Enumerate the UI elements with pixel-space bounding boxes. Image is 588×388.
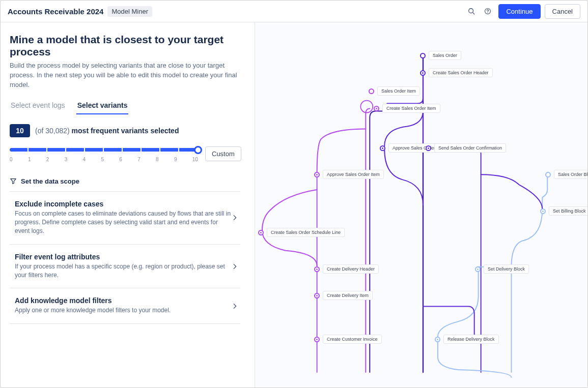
node-label: Create Delivery Item [323, 291, 373, 300]
node-sales-order-block[interactable]: Sales Order Block [545, 170, 587, 179]
node-set-delivery[interactable]: Set Delivery Block [475, 264, 529, 274]
node-label: Create Delivery Header [323, 264, 379, 274]
node-dot-icon [380, 145, 385, 151]
tab-event-logs[interactable]: Select event logs [10, 99, 66, 114]
chevron-right-icon [231, 263, 238, 270]
process-diagram[interactable]: Sales OrderCreate Sales Order HeaderSale… [255, 22, 587, 387]
slider-tick-labels: 012 345 678 910 [10, 157, 198, 162]
node-dot-icon [475, 266, 481, 272]
node-release-delivery[interactable]: Release Delivery Block [435, 335, 499, 344]
node-dot-icon [545, 172, 551, 177]
cancel-button[interactable]: Cancel [545, 4, 580, 19]
variant-count-text: (of 30,082) most frequent variants selec… [35, 127, 179, 135]
scope-item-knowledge[interactable]: Add knowledge model filters Apply one or… [10, 288, 240, 323]
node-label: Set Delivery Block [484, 264, 529, 274]
node-label: Sales Order Item [377, 86, 420, 96]
node-label: Sales Order Block [554, 170, 587, 179]
variant-slider-row: 012 345 678 910 Custom [10, 146, 240, 162]
custom-button[interactable]: Custom [205, 146, 241, 161]
continue-button[interactable]: Continue [498, 4, 540, 19]
node-dot-icon [435, 337, 440, 342]
page-subtitle: Build the process model by selecting var… [10, 61, 240, 90]
svg-point-3 [488, 12, 488, 13]
node-sales-order-item[interactable]: Sales Order Item [369, 86, 420, 96]
variant-slider[interactable]: 012 345 678 910 [10, 146, 198, 162]
filter-icon [10, 177, 17, 185]
node-schedule-line[interactable]: Create Sales Order Schedule Line [258, 228, 345, 237]
help-icon[interactable] [481, 5, 494, 18]
top-bar: Accounts Receivable 2024 Model Miner Con… [1, 1, 587, 22]
scope-header: Set the data scope [10, 177, 240, 185]
node-create-header[interactable]: Create Sales Order Header [420, 68, 493, 77]
tab-variants[interactable]: Select variants [76, 99, 129, 114]
node-label: Release Delivery Block [443, 335, 499, 344]
node-label: Approve Sales Order Item [323, 170, 384, 179]
variant-count-badge: 10 [10, 124, 30, 137]
node-label: Set Billing Block [549, 206, 587, 216]
node-dot-icon [420, 70, 426, 76]
node-dot-icon [314, 266, 320, 272]
node-label: Create Sales Order Item [382, 104, 440, 113]
node-dot-icon [258, 230, 264, 235]
body: Mine a model that is closest to your tar… [1, 22, 587, 387]
node-customer-invoice[interactable]: Create Customer Invoice [314, 335, 382, 344]
node-set-billing[interactable]: Set Billing Block [540, 206, 587, 216]
scope-item-filter-attrs[interactable]: Filter event log attributes If your proc… [10, 244, 240, 288]
node-send-confirm[interactable]: Send Sales Order Confirmation [426, 143, 506, 153]
node-label: Sales Order [429, 51, 461, 60]
node-dot-icon [374, 106, 379, 111]
breadcrumb-title: Accounts Receivable 2024 [8, 7, 103, 16]
node-delivery-header[interactable]: Create Delivery Header [314, 264, 379, 274]
diagram-panel: Sales OrderCreate Sales Order HeaderSale… [255, 22, 587, 387]
chevron-right-icon [231, 214, 238, 221]
node-create-item[interactable]: Create Sales Order Item [374, 104, 440, 113]
node-dot-icon [540, 208, 546, 214]
node-label: Send Sales Order Confirmation [434, 143, 506, 153]
node-dot-icon [314, 293, 320, 299]
node-label: Create Sales Order Header [429, 68, 493, 77]
node-label: Create Customer Invoice [323, 335, 382, 344]
node-approve-item[interactable]: Approve Sales Order Item [314, 170, 384, 179]
node-label: Create Sales Order Schedule Line [267, 228, 345, 237]
node-dot-icon [314, 337, 320, 342]
variant-count-row: 10 (of 30,082) most frequent variants se… [10, 124, 240, 137]
app-frame: Accounts Receivable 2024 Model Miner Con… [0, 0, 588, 388]
node-delivery-item[interactable]: Create Delivery Item [314, 291, 373, 300]
node-dot-icon [420, 53, 426, 58]
slider-knob[interactable] [194, 146, 202, 154]
breadcrumb-chip[interactable]: Model Miner [107, 6, 152, 17]
page-title: Mine a model that is closest to your tar… [10, 34, 240, 58]
scope-item-exclude[interactable]: Exclude incomplete cases Focus on comple… [10, 191, 240, 244]
tabs: Select event logs Select variants [10, 99, 240, 115]
chevron-right-icon [231, 303, 238, 310]
left-panel: Mine a model that is closest to your tar… [1, 22, 255, 387]
node-sales-order[interactable]: Sales Order [420, 51, 461, 60]
svg-line-1 [473, 13, 474, 14]
search-icon[interactable] [465, 5, 478, 18]
node-dot-icon [314, 172, 320, 177]
node-dot-icon [369, 88, 374, 94]
node-dot-icon [426, 145, 431, 151]
slider-track[interactable] [10, 146, 198, 154]
